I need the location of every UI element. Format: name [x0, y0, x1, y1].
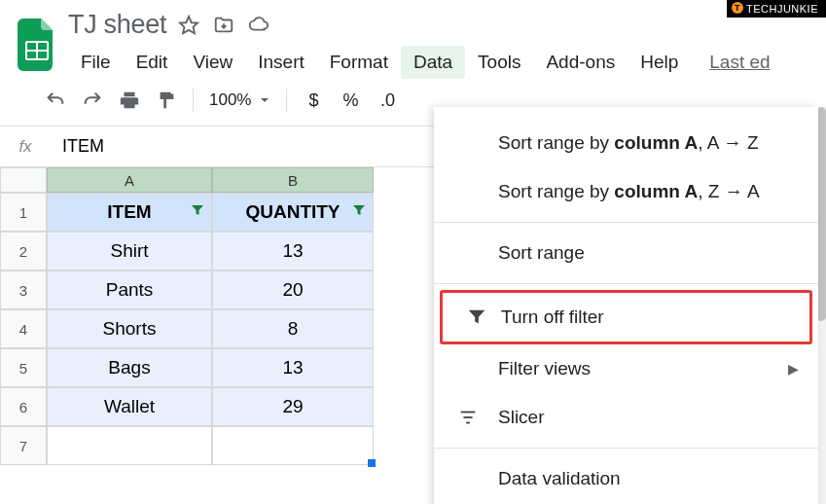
- watermark-text: TECHJUNKIE: [746, 3, 818, 15]
- cell-b2[interactable]: 13: [212, 232, 374, 270]
- filter-icon[interactable]: [190, 201, 205, 223]
- zoom-value: 100%: [209, 90, 251, 110]
- submenu-arrow-icon: ▶: [788, 361, 799, 377]
- menu-data-validation[interactable]: Data validation: [434, 454, 818, 503]
- header-item-label: ITEM: [107, 201, 151, 223]
- menu-bar: File Edit View Insert Format Data Tools …: [68, 46, 812, 79]
- row-header[interactable]: 6: [0, 387, 47, 426]
- filter-icon[interactable]: [351, 201, 367, 223]
- cell-a5[interactable]: Bags: [47, 348, 212, 387]
- column-header-b[interactable]: B: [212, 167, 374, 193]
- slicer-icon: [457, 407, 479, 428]
- menu-addons[interactable]: Add-ons: [533, 46, 628, 79]
- header-quantity-label: QUANTITY: [245, 201, 340, 223]
- menu-view[interactable]: View: [180, 46, 245, 79]
- currency-button[interactable]: $: [303, 90, 324, 111]
- menu-sort-za[interactable]: Sort range by column A, Z → A: [434, 167, 818, 216]
- undo-icon[interactable]: [45, 90, 66, 111]
- menu-sort-az[interactable]: Sort range by column A, A → Z: [434, 119, 818, 167]
- menu-slicer[interactable]: Slicer: [434, 393, 818, 442]
- menu-filter-views[interactable]: Filter views ▶: [434, 344, 818, 393]
- cell-b4[interactable]: 8: [212, 309, 374, 348]
- redo-icon[interactable]: [82, 90, 103, 111]
- zoom-selector[interactable]: 100%: [209, 90, 270, 110]
- cell-b1[interactable]: QUANTITY: [212, 193, 374, 232]
- sort-az-label: Sort range by column A, A → Z: [498, 132, 759, 154]
- cell-a1[interactable]: ITEM: [47, 193, 212, 232]
- row-header[interactable]: 5: [0, 348, 47, 387]
- decimal-button[interactable]: .0: [377, 90, 398, 111]
- menu-file[interactable]: File: [68, 46, 124, 79]
- menu-turn-off-filter[interactable]: Turn off filter: [440, 290, 812, 344]
- menu-tools[interactable]: Tools: [465, 46, 533, 79]
- cloud-status-icon[interactable]: [248, 15, 269, 36]
- separator: [193, 89, 194, 112]
- menu-separator: [434, 283, 818, 284]
- cell-a6[interactable]: Wallet: [47, 387, 212, 426]
- cell-a3[interactable]: Pants: [47, 270, 212, 309]
- selection-handle[interactable]: [368, 459, 376, 467]
- cell-a7[interactable]: [47, 426, 212, 465]
- menu-format[interactable]: Format: [317, 46, 401, 79]
- slicer-label: Slicer: [498, 407, 545, 428]
- row-header[interactable]: 4: [0, 309, 47, 348]
- cell-b5[interactable]: 13: [212, 348, 374, 387]
- menu-insert[interactable]: Insert: [245, 46, 317, 79]
- sheets-logo-icon[interactable]: [14, 14, 60, 76]
- filter-views-label: Filter views: [498, 358, 591, 379]
- data-menu-dropdown: Sort range by column A, A → Z Sort range…: [434, 107, 818, 504]
- select-all-corner[interactable]: [0, 167, 47, 193]
- paint-format-icon[interactable]: [156, 90, 177, 111]
- menu-data[interactable]: Data: [401, 46, 465, 79]
- funnel-icon: [466, 306, 487, 328]
- cell-b6[interactable]: 29: [212, 387, 374, 426]
- last-edit-link[interactable]: Last ed: [697, 46, 782, 79]
- cell-b7[interactable]: [212, 426, 374, 465]
- print-icon[interactable]: [119, 90, 140, 111]
- menu-edit[interactable]: Edit: [124, 46, 181, 79]
- menu-separator: [434, 222, 818, 223]
- column-header-a[interactable]: A: [47, 167, 212, 193]
- svg-marker-3: [180, 16, 198, 32]
- menu-sort-range[interactable]: Sort range: [434, 229, 818, 277]
- sort-za-label: Sort range by column A, Z → A: [498, 181, 760, 202]
- fx-icon: fx: [0, 137, 51, 157]
- cell-a2[interactable]: Shirt: [47, 232, 212, 270]
- row-header[interactable]: 2: [0, 232, 47, 270]
- separator: [286, 89, 287, 112]
- chevron-down-icon: [259, 94, 270, 106]
- star-icon[interactable]: [178, 15, 199, 36]
- cell-b3[interactable]: 20: [212, 270, 374, 309]
- percent-button[interactable]: %: [340, 90, 361, 111]
- row-header[interactable]: 3: [0, 270, 47, 309]
- row-header[interactable]: 1: [0, 193, 47, 232]
- document-title[interactable]: TJ sheet: [68, 10, 166, 40]
- move-folder-icon[interactable]: [213, 15, 234, 36]
- row-header[interactable]: 7: [0, 426, 47, 465]
- menu-help[interactable]: Help: [628, 46, 691, 79]
- turn-off-filter-label: Turn off filter: [501, 306, 604, 328]
- watermark-logo-icon: T: [732, 2, 743, 14]
- cell-a4[interactable]: Shorts: [47, 309, 212, 348]
- menu-separator: [434, 448, 818, 449]
- spreadsheet-grid: A B 1 ITEM QUANTITY 2Shirt13 3Pants20 4S…: [0, 167, 374, 465]
- watermark-badge: T TECHJUNKIE: [727, 0, 826, 18]
